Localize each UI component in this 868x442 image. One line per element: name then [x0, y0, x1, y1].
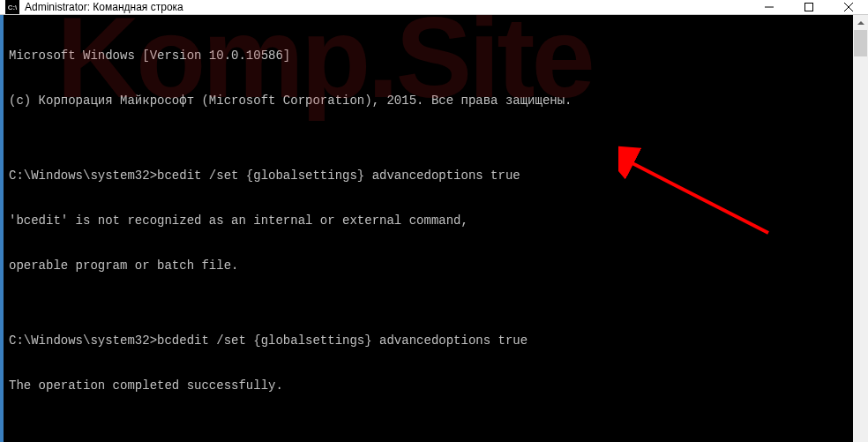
maximize-button[interactable]: [789, 0, 828, 14]
svg-marker-6: [857, 21, 864, 25]
minimize-button[interactable]: [749, 0, 789, 14]
terminal-area: Microsoft Windows [Version 10.0.10586] (…: [0, 15, 868, 442]
vertical-scrollbar[interactable]: [853, 15, 868, 442]
titlebar[interactable]: C:\ Administrator: Командная строка: [0, 0, 868, 15]
terminal-line: C:\Windows\system32>bcdedit /set {global…: [9, 333, 848, 348]
window-title: Administrator: Командная строка: [25, 1, 749, 13]
cmd-icon: C:\: [5, 0, 19, 14]
terminal-line: (c) Корпорация Майкрософт (Microsoft Cor…: [9, 94, 848, 109]
terminal-line: Microsoft Windows [Version 10.0.10586]: [9, 49, 848, 64]
scrollbar-thumb[interactable]: [854, 30, 867, 56]
terminal-line: C:\Windows\system32>bcedit /set {globals…: [9, 169, 848, 184]
terminal-line: 'bcedit' is not recognized as an interna…: [9, 214, 848, 228]
terminal-output[interactable]: Microsoft Windows [Version 10.0.10586] (…: [4, 15, 853, 442]
command-prompt-window: C:\ Administrator: Командная строка Micr…: [0, 0, 868, 442]
annotation-arrow-icon: [559, 130, 777, 261]
terminal-line: operable program or batch file.: [9, 258, 848, 273]
scroll-up-arrow-icon[interactable]: [853, 15, 868, 30]
window-controls: [749, 0, 868, 14]
svg-rect-1: [804, 4, 812, 11]
close-button[interactable]: [828, 0, 868, 14]
terminal-line: The operation completed successfully.: [9, 378, 848, 393]
